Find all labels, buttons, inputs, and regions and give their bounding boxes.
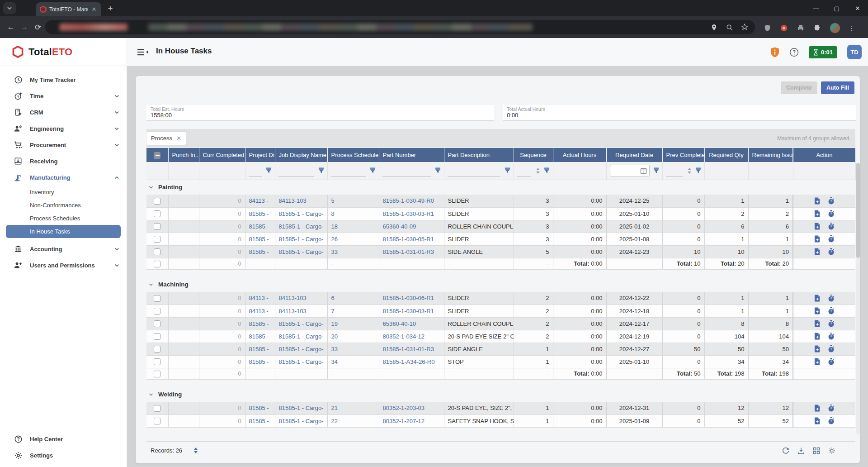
- window-minimize-button[interactable]: —: [806, 0, 826, 16]
- browser-tab[interactable]: TotalETO - Manufacturing In Ho ✕: [36, 2, 101, 16]
- column-chooser-grid-icon[interactable]: [813, 447, 820, 454]
- task-row[interactable]: 081585 -81585-1 - Cargo-3381585-1-031-01…: [146, 343, 855, 355]
- column-header-actual[interactable]: Actual Hours: [553, 148, 606, 162]
- project-link[interactable]: 81585 -: [249, 236, 269, 243]
- bookmark-star-icon[interactable]: [741, 23, 749, 31]
- filter-input-job[interactable]: [278, 169, 314, 176]
- filter-icon[interactable]: [266, 167, 272, 174]
- stopwatch-icon[interactable]: [828, 320, 835, 327]
- menu-collapse-button[interactable]: [137, 47, 149, 57]
- schedule-link[interactable]: 5: [331, 197, 335, 204]
- row-checkbox[interactable]: [154, 223, 160, 230]
- add-document-icon[interactable]: [814, 333, 821, 340]
- grid-scrollbar-thumb[interactable]: [856, 163, 860, 258]
- filter-input-project[interactable]: [249, 169, 262, 176]
- add-document-icon[interactable]: [814, 197, 821, 205]
- stopwatch-icon[interactable]: [828, 358, 835, 365]
- row-checkbox[interactable]: [154, 210, 160, 217]
- task-row[interactable]: 081585 -81585-1 - Cargo-1865360-40-09ROL…: [146, 220, 855, 233]
- sidebar-item-process-schedules[interactable]: Process Schedules: [0, 212, 127, 225]
- filter-icon[interactable]: [318, 167, 324, 174]
- stopwatch-icon[interactable]: [828, 345, 835, 353]
- stopwatch-icon[interactable]: [828, 417, 835, 424]
- part-link[interactable]: 81585-1-030-03-R1: [383, 308, 434, 315]
- browser-profile-avatar[interactable]: [830, 23, 840, 33]
- row-checkbox[interactable]: [154, 261, 160, 267]
- select-all-checkbox[interactable]: [154, 152, 160, 159]
- project-link[interactable]: 81585 -: [249, 333, 269, 340]
- job-link[interactable]: 81585-1 - Cargo-: [279, 210, 324, 217]
- sidebar-item-settings[interactable]: Settings: [0, 447, 127, 463]
- window-close-button[interactable]: ✕: [847, 0, 868, 16]
- project-link[interactable]: 81585 -: [249, 320, 269, 327]
- column-header-schedule[interactable]: Process Schedule: [327, 148, 379, 162]
- schedule-link[interactable]: 18: [331, 223, 338, 230]
- collapse-group-icon[interactable]: [148, 185, 154, 190]
- browser-menu-kebab-icon[interactable]: ⋮: [849, 27, 855, 29]
- user-avatar[interactable]: TD: [847, 45, 862, 59]
- task-row[interactable]: 081585 -81585-1 - Cargo-2080352-1-034-12…: [146, 330, 855, 343]
- schedule-link[interactable]: 20: [331, 333, 338, 340]
- refresh-icon[interactable]: [782, 447, 789, 454]
- task-row[interactable]: 084113 -84113-103581585-1-030-49-R0SLIDE…: [146, 195, 855, 207]
- part-link[interactable]: 65360-40-09: [383, 223, 416, 230]
- task-row[interactable]: 084113 -84113-103781585-1-030-03-R1SLIDE…: [146, 305, 855, 317]
- project-link[interactable]: 84113 -: [249, 197, 269, 204]
- stopwatch-icon[interactable]: [828, 235, 835, 243]
- sidebar-item-my-time-tracker[interactable]: My Time Tracker: [0, 71, 127, 88]
- add-document-icon[interactable]: [814, 358, 821, 365]
- column-header-punch[interactable]: Punch In..: [168, 148, 199, 162]
- job-link[interactable]: 84113-103: [279, 308, 307, 315]
- filter-icon[interactable]: [435, 167, 441, 174]
- filter-input-desc[interactable]: [448, 169, 500, 176]
- filter-input-part[interactable]: [382, 169, 431, 176]
- project-link[interactable]: 84113 -: [249, 295, 269, 301]
- job-link[interactable]: 81585-1 - Cargo-: [279, 333, 324, 340]
- task-row[interactable]: 084113 -84113-103681585-1-030-06-R1SLIDE…: [146, 292, 855, 305]
- extension-shield-icon[interactable]: [763, 24, 771, 32]
- job-link[interactable]: 81585-1 - Cargo-: [279, 358, 324, 365]
- sidebar-item-procurement[interactable]: Procurement: [0, 137, 127, 153]
- stopwatch-icon[interactable]: [828, 295, 835, 302]
- filter-icon[interactable]: [544, 167, 550, 174]
- complete-button[interactable]: Complete: [781, 81, 817, 94]
- part-link[interactable]: 81585-1-031-01-R3: [383, 248, 434, 255]
- back-button[interactable]: ←: [5, 22, 16, 33]
- date-filter-input[interactable]: 7: [610, 165, 650, 176]
- filter-icon[interactable]: [653, 167, 659, 174]
- help-circle-icon[interactable]: [789, 48, 799, 57]
- auto-fill-button[interactable]: Auto Fill: [821, 81, 854, 94]
- job-link[interactable]: 84113-103: [279, 197, 307, 204]
- add-document-icon[interactable]: [814, 248, 821, 255]
- number-filter-spinner[interactable]: [688, 168, 691, 174]
- column-header-prev[interactable]: Prev Completed: [662, 148, 704, 162]
- filter-icon[interactable]: [370, 167, 376, 174]
- add-document-icon[interactable]: [814, 417, 821, 424]
- row-checkbox[interactable]: [154, 358, 160, 365]
- add-document-icon[interactable]: [814, 295, 821, 302]
- part-link[interactable]: 80352-1-207-12: [383, 418, 425, 424]
- project-link[interactable]: 81585 -: [249, 223, 269, 230]
- column-header-project[interactable]: Project Di: [245, 148, 275, 162]
- stopwatch-icon[interactable]: [828, 333, 835, 340]
- sidebar-item-users-and-permissions[interactable]: Users and Permissions: [0, 257, 127, 273]
- column-header-reqqty[interactable]: Required Qty: [704, 148, 748, 162]
- row-checkbox[interactable]: [154, 405, 160, 412]
- column-header-desc[interactable]: Part Description: [444, 148, 514, 162]
- part-link[interactable]: 80352-1-203-03: [383, 405, 425, 411]
- project-link[interactable]: 81585 -: [249, 418, 269, 424]
- sidebar-item-crm[interactable]: CRM: [0, 104, 127, 120]
- zoom-icon[interactable]: [725, 23, 733, 31]
- add-document-icon[interactable]: [814, 307, 821, 315]
- part-link[interactable]: 81585-1-030-06-R1: [383, 295, 434, 301]
- column-header-seq[interactable]: Sequence: [514, 148, 553, 162]
- stopwatch-icon[interactable]: [828, 307, 835, 315]
- task-row[interactable]: 081585 -81585-1 - Cargo-3481585-1-A34-26…: [146, 355, 855, 368]
- filter-icon[interactable]: [695, 167, 701, 174]
- sidebar-item-receiving[interactable]: Receiving: [0, 153, 127, 169]
- chip-close-icon[interactable]: ✕: [176, 135, 181, 142]
- schedule-link[interactable]: 26: [331, 236, 338, 243]
- group-header-row[interactable]: Painting: [146, 180, 855, 195]
- schedule-link[interactable]: 33: [331, 346, 338, 353]
- records-spinner[interactable]: [194, 448, 198, 453]
